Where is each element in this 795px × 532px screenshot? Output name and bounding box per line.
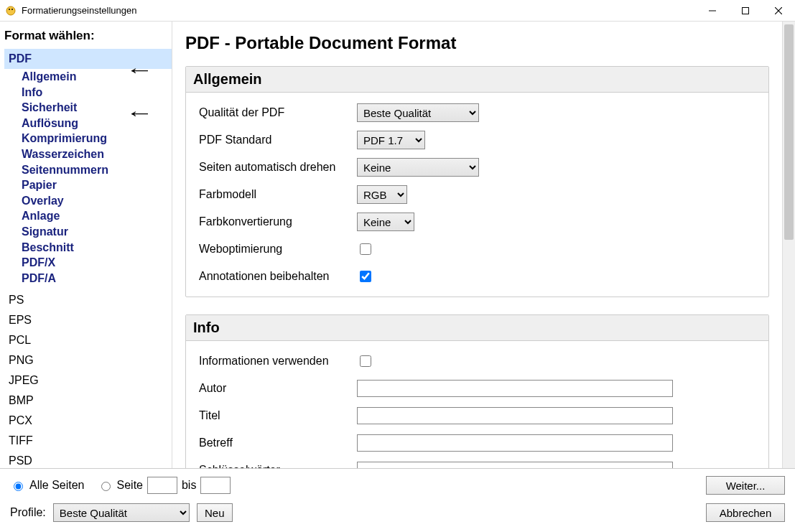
sub-beschnitt[interactable]: Beschnitt bbox=[4, 240, 172, 256]
cancel-button[interactable]: Abbrechen bbox=[706, 503, 785, 522]
conv-label: Farbkonvertierung bbox=[199, 215, 357, 228]
format-pcl[interactable]: PCL bbox=[4, 330, 172, 350]
sub-aufloesung[interactable]: Auflösung bbox=[4, 116, 172, 131]
format-bmp[interactable]: BMP bbox=[4, 391, 172, 411]
subject-label: Betreff bbox=[199, 437, 357, 449]
next-button[interactable]: Weiter... bbox=[706, 476, 785, 495]
sub-signatur[interactable]: Signatur bbox=[4, 224, 172, 240]
footer: Alle Seiten Seite bis Weiter... Profile:… bbox=[0, 468, 795, 532]
use-info-checkbox[interactable] bbox=[360, 355, 371, 367]
format-jpeg[interactable]: JPEG bbox=[4, 370, 172, 391]
page-range-group: Alle Seiten Seite bis bbox=[10, 477, 231, 494]
svg-rect-4 bbox=[743, 7, 749, 14]
window-title: Formatierungseinstellungen bbox=[22, 5, 696, 16]
quality-label: Qualität der PDF bbox=[199, 106, 357, 119]
conv-select[interactable]: Keine bbox=[357, 213, 414, 231]
format-eps[interactable]: EPS bbox=[4, 310, 172, 330]
scrollbar-thumb[interactable] bbox=[784, 24, 794, 240]
webopt-checkbox[interactable] bbox=[360, 243, 371, 255]
rotate-label: Seiten automatisch drehen bbox=[199, 160, 357, 174]
annot-label: Annotationen beibehalten bbox=[199, 270, 357, 283]
webopt-label: Weboptimierung bbox=[199, 243, 357, 256]
rotate-select[interactable]: Keine bbox=[357, 158, 479, 177]
subject-input[interactable] bbox=[357, 434, 673, 452]
use-info-label: Informationen verwenden bbox=[199, 355, 357, 368]
minimize-button[interactable] bbox=[696, 0, 729, 22]
to-text: bis bbox=[182, 479, 196, 492]
page-title: PDF - Portable Document Format bbox=[185, 33, 769, 53]
standard-label: PDF Standard bbox=[199, 134, 357, 146]
sub-wasserzeichen[interactable]: Wasserzeichen bbox=[4, 146, 172, 162]
profile-label: Profile: bbox=[10, 506, 46, 519]
annot-checkbox[interactable] bbox=[360, 271, 371, 282]
new-profile-button[interactable]: Neu bbox=[197, 503, 233, 522]
format-tiff[interactable]: TIFF bbox=[4, 431, 172, 451]
sub-overlay[interactable]: Overlay bbox=[4, 193, 172, 209]
format-ps[interactable]: PS bbox=[4, 290, 172, 310]
vertical-scrollbar[interactable] bbox=[782, 22, 795, 468]
format-pcx[interactable]: PCX bbox=[4, 411, 172, 431]
format-png[interactable]: PNG bbox=[4, 350, 172, 370]
page-to-input[interactable] bbox=[200, 477, 231, 494]
sub-allgemein[interactable]: Allgemein bbox=[4, 69, 172, 85]
format-sidebar: Format wählen: PDF Allgemein Info Sicher… bbox=[0, 22, 172, 468]
svg-point-1 bbox=[9, 9, 10, 10]
profile-select[interactable]: Beste Qualität bbox=[53, 503, 190, 522]
svg-point-0 bbox=[6, 6, 15, 15]
section-info-header: Info bbox=[186, 315, 768, 341]
color-select[interactable]: RGB bbox=[357, 185, 407, 204]
sub-sicherheit[interactable]: Sicherheit bbox=[4, 100, 172, 116]
title-label: Titel bbox=[199, 409, 357, 422]
author-label: Autor bbox=[199, 382, 357, 395]
sub-seitennummern[interactable]: Seitennummern bbox=[4, 162, 172, 178]
svg-point-2 bbox=[11, 9, 13, 10]
format-psd[interactable]: PSD bbox=[4, 451, 172, 468]
all-pages-radio-label[interactable]: Alle Seiten bbox=[10, 479, 85, 492]
sub-pdfx[interactable]: PDF/X bbox=[4, 255, 172, 271]
page-text: Seite bbox=[117, 479, 143, 492]
titlebar: Formatierungseinstellungen bbox=[0, 0, 795, 22]
section-allgemein: Allgemein Qualität der PDF Beste Qualitä… bbox=[185, 66, 769, 297]
sub-komprimierung[interactable]: Komprimierung bbox=[4, 131, 172, 146]
title-input[interactable] bbox=[357, 407, 673, 424]
section-allgemein-header: Allgemein bbox=[186, 67, 768, 93]
quality-select[interactable]: Beste Qualität bbox=[357, 103, 479, 122]
window-controls bbox=[696, 0, 795, 22]
section-info: Info Informationen verwenden Autor Titel bbox=[185, 314, 769, 468]
close-button[interactable] bbox=[762, 0, 795, 22]
page-range-radio-label[interactable]: Seite bis bbox=[98, 477, 231, 494]
all-pages-text: Alle Seiten bbox=[29, 479, 85, 492]
sidebar-heading: Format wählen: bbox=[4, 29, 172, 43]
page-from-input[interactable] bbox=[147, 477, 177, 494]
sub-info[interactable]: Info bbox=[4, 85, 172, 101]
keywords-input[interactable] bbox=[357, 462, 673, 468]
format-pdf[interactable]: PDF bbox=[4, 49, 172, 69]
app-icon bbox=[4, 4, 17, 17]
page-range-radio[interactable] bbox=[101, 482, 111, 491]
sub-papier[interactable]: Papier bbox=[4, 177, 172, 193]
color-label: Farbmodell bbox=[199, 188, 357, 201]
all-pages-radio[interactable] bbox=[14, 482, 23, 491]
maximize-button[interactable] bbox=[729, 0, 762, 22]
main-scroll-area: PDF - Portable Document Format Allgemein… bbox=[172, 22, 782, 468]
standard-select[interactable]: PDF 1.7 bbox=[357, 131, 425, 149]
sub-pdfa[interactable]: PDF/A bbox=[4, 271, 172, 286]
sub-anlage[interactable]: Anlage bbox=[4, 208, 172, 224]
author-input[interactable] bbox=[357, 380, 673, 397]
main-panel: PDF - Portable Document Format Allgemein… bbox=[172, 22, 795, 468]
